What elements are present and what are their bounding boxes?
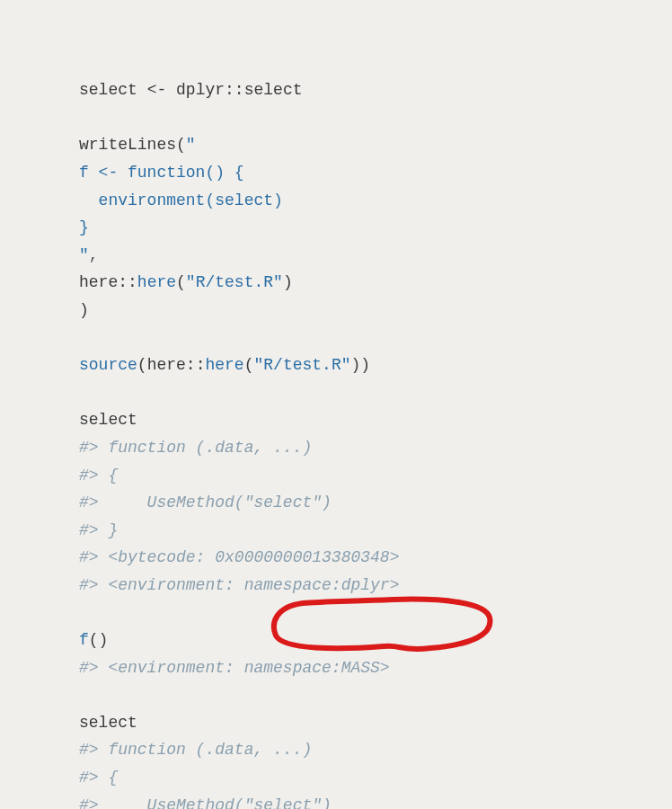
token-ns-op: :: (118, 273, 137, 291)
token-paren: ) (79, 301, 89, 319)
code-line: #> function (.data, ...) (79, 736, 645, 764)
token-ident: select (79, 714, 137, 732)
code-line: f() (79, 627, 645, 654)
token-ns-op: :: (186, 356, 206, 374)
token-paren: ( (176, 273, 186, 291)
code-line: #> { (79, 462, 645, 490)
comment-text: #> { (79, 769, 118, 787)
token-string: f <- function() { (79, 164, 244, 182)
code-block: select <- dplyr::select writeLines("f <-… (79, 22, 645, 809)
comment-text: #> <environment: namespace:dplyr> (79, 576, 399, 594)
comment-text: #> <environment: namespace:MASS> (79, 659, 390, 677)
token-ns-op: :: (225, 81, 244, 99)
token-paren: ( (176, 136, 186, 154)
code-line: #> <bytecode: 0x0000000013380348> (79, 544, 645, 572)
token-ident: here (79, 273, 118, 291)
token-paren: ( (137, 356, 147, 374)
code-line: ", (79, 242, 645, 270)
code-line: } (79, 214, 645, 242)
token-string: "R/test.R" (186, 273, 283, 291)
code-line: environment(select) (79, 187, 645, 215)
token-paren: ) (360, 356, 370, 374)
comment-text: #> function (.data, ...) (79, 439, 312, 457)
code-line (79, 379, 645, 407)
comment-text: #> { (79, 467, 118, 485)
token-ident: writeLines (79, 136, 176, 154)
comment-text: #> UseMethod("select") (79, 796, 332, 809)
token-ident: select (79, 81, 137, 99)
code-line: #> UseMethod("select") (79, 792, 645, 809)
code-line: #> } (79, 517, 645, 545)
token-string: } (79, 218, 89, 236)
comment-text: #> } (79, 521, 118, 539)
code-line (79, 599, 645, 627)
token-op: , (89, 246, 99, 264)
token-func: source (79, 356, 137, 374)
code-line: #> UseMethod("select") (79, 489, 645, 517)
code-line: select <- dplyr::select (79, 76, 645, 104)
token-func: f (79, 631, 89, 649)
token-string: environment(select) (79, 191, 283, 209)
code-line (79, 104, 645, 132)
token-paren: () (89, 631, 109, 649)
token-func: here (205, 356, 243, 374)
code-line: f <- function() { (79, 159, 645, 187)
code-line: source(here::here("R/test.R")) (79, 351, 645, 379)
comment-text: #> UseMethod("select") (79, 493, 332, 511)
token-string: " (186, 136, 196, 154)
code-line (79, 681, 645, 709)
token-ident: here (147, 356, 186, 374)
code-line: select (79, 406, 645, 434)
code-line: select (79, 709, 645, 737)
token-ident: select (244, 81, 303, 99)
code-line: #> <environment: namespace:dplyr> (79, 572, 645, 600)
code-line: #> <environment: namespace:MASS> (79, 654, 645, 682)
code-line: ) (79, 297, 645, 324)
token-string: " (79, 246, 89, 264)
token-ident: select (79, 411, 137, 429)
token-paren: ( (244, 356, 254, 374)
code-line: here::here("R/test.R") (79, 269, 645, 297)
code-line: #> function (.data, ...) (79, 434, 645, 462)
token-assign: <- (147, 81, 167, 99)
token-paren: ) (351, 356, 361, 374)
token-func: here (137, 273, 176, 291)
token-ident: dplyr (176, 81, 225, 99)
code-line: writeLines(" (79, 131, 645, 159)
token-paren: ) (283, 273, 293, 291)
code-line: #> { (79, 764, 645, 792)
token-string: "R/test.R" (253, 356, 350, 374)
comment-text: #> function (.data, ...) (79, 741, 312, 759)
code-line (79, 324, 645, 352)
comment-text: #> <bytecode: 0x0000000013380348> (79, 548, 399, 566)
